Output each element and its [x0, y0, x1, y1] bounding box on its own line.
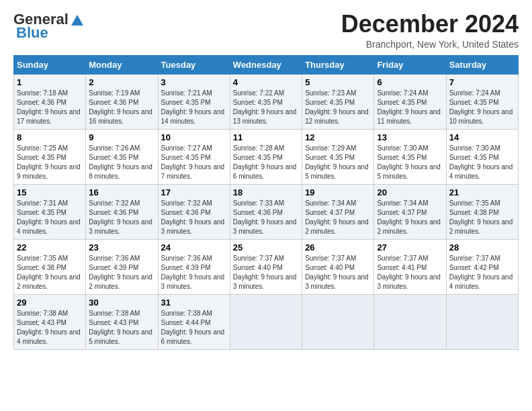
day-number: 27	[377, 242, 443, 253]
weekday-header-thursday: Thursday	[302, 55, 374, 74]
day-number: 20	[377, 187, 443, 197]
day-info: Sunrise: 7:23 AMSunset: 4:35 PMDaylight:…	[305, 89, 371, 126]
day-number: 13	[377, 132, 443, 142]
page-header: General Blue December 2024 Branchport, N…	[13, 11, 519, 50]
weekday-header-tuesday: Tuesday	[158, 55, 230, 74]
day-number: 3	[161, 77, 227, 87]
day-info: Sunrise: 7:35 AMSunset: 4:38 PMDaylight:…	[449, 199, 515, 236]
day-number: 18	[233, 187, 299, 197]
svg-marker-0	[71, 15, 83, 26]
day-number: 8	[17, 132, 83, 142]
day-number: 17	[161, 187, 227, 197]
calendar-table: SundayMondayTuesdayWednesdayThursdayFrid…	[13, 55, 519, 350]
weekday-header-monday: Monday	[86, 55, 158, 74]
day-info: Sunrise: 7:34 AMSunset: 4:37 PMDaylight:…	[305, 199, 371, 236]
day-info: Sunrise: 7:32 AMSunset: 4:36 PMDaylight:…	[89, 199, 154, 236]
day-info: Sunrise: 7:24 AMSunset: 4:35 PMDaylight:…	[377, 89, 443, 126]
day-number: 10	[161, 132, 227, 142]
calendar-cell: 29Sunrise: 7:38 AMSunset: 4:43 PMDayligh…	[14, 294, 86, 349]
calendar-cell	[302, 294, 374, 349]
logo-blue-text: Blue	[16, 24, 48, 42]
calendar-cell: 14Sunrise: 7:30 AMSunset: 4:35 PMDayligh…	[446, 129, 518, 184]
calendar-cell: 26Sunrise: 7:37 AMSunset: 4:40 PMDayligh…	[302, 239, 374, 294]
calendar-cell: 28Sunrise: 7:37 AMSunset: 4:42 PMDayligh…	[446, 239, 518, 294]
day-info: Sunrise: 7:37 AMSunset: 4:40 PMDaylight:…	[305, 254, 371, 291]
weekday-header-sunday: Sunday	[14, 55, 86, 74]
calendar-week-row: 29Sunrise: 7:38 AMSunset: 4:43 PMDayligh…	[14, 294, 519, 349]
calendar-cell: 2Sunrise: 7:19 AMSunset: 4:36 PMDaylight…	[86, 74, 158, 129]
day-info: Sunrise: 7:38 AMSunset: 4:44 PMDaylight:…	[161, 309, 227, 347]
title-block: December 2024 Branchport, New York, Unit…	[341, 11, 519, 50]
calendar-cell	[374, 294, 446, 349]
day-number: 21	[449, 187, 515, 197]
day-number: 15	[17, 187, 83, 197]
day-number: 4	[233, 77, 299, 87]
day-info: Sunrise: 7:36 AMSunset: 4:39 PMDaylight:…	[89, 254, 154, 291]
calendar-cell: 16Sunrise: 7:32 AMSunset: 4:36 PMDayligh…	[86, 184, 158, 239]
day-info: Sunrise: 7:25 AMSunset: 4:35 PMDaylight:…	[17, 144, 83, 181]
day-number: 2	[89, 77, 154, 87]
day-info: Sunrise: 7:38 AMSunset: 4:43 PMDaylight:…	[89, 309, 154, 347]
weekday-header-row: SundayMondayTuesdayWednesdayThursdayFrid…	[14, 55, 519, 74]
logo-icon	[70, 12, 85, 27]
calendar-cell: 3Sunrise: 7:21 AMSunset: 4:35 PMDaylight…	[158, 74, 230, 129]
day-number: 9	[89, 132, 154, 142]
day-info: Sunrise: 7:28 AMSunset: 4:35 PMDaylight:…	[233, 144, 299, 181]
day-info: Sunrise: 7:30 AMSunset: 4:35 PMDaylight:…	[377, 144, 443, 181]
day-number: 19	[305, 187, 371, 197]
calendar-week-row: 15Sunrise: 7:31 AMSunset: 4:35 PMDayligh…	[14, 184, 519, 239]
calendar-cell: 12Sunrise: 7:29 AMSunset: 4:35 PMDayligh…	[302, 129, 374, 184]
calendar-cell	[446, 294, 518, 349]
calendar-cell: 7Sunrise: 7:24 AMSunset: 4:35 PMDaylight…	[446, 74, 518, 129]
day-info: Sunrise: 7:24 AMSunset: 4:35 PMDaylight:…	[449, 89, 515, 126]
day-number: 26	[305, 242, 371, 253]
day-number: 25	[233, 242, 299, 253]
calendar-cell: 17Sunrise: 7:32 AMSunset: 4:36 PMDayligh…	[158, 184, 230, 239]
calendar-cell: 11Sunrise: 7:28 AMSunset: 4:35 PMDayligh…	[230, 129, 302, 184]
day-number: 12	[305, 132, 371, 142]
calendar-cell: 25Sunrise: 7:37 AMSunset: 4:40 PMDayligh…	[230, 239, 302, 294]
day-number: 6	[377, 77, 443, 87]
weekday-header-wednesday: Wednesday	[230, 55, 302, 74]
day-number: 11	[233, 132, 299, 142]
calendar-cell: 1Sunrise: 7:18 AMSunset: 4:36 PMDaylight…	[14, 74, 86, 129]
calendar-week-row: 1Sunrise: 7:18 AMSunset: 4:36 PMDaylight…	[14, 74, 519, 129]
calendar-cell: 5Sunrise: 7:23 AMSunset: 4:35 PMDaylight…	[302, 74, 374, 129]
calendar-cell: 9Sunrise: 7:26 AMSunset: 4:35 PMDaylight…	[86, 129, 158, 184]
calendar-cell: 30Sunrise: 7:38 AMSunset: 4:43 PMDayligh…	[86, 294, 158, 349]
day-number: 22	[17, 242, 83, 253]
day-info: Sunrise: 7:26 AMSunset: 4:35 PMDaylight:…	[89, 144, 154, 181]
day-number: 31	[161, 298, 227, 308]
location: Branchport, New York, United States	[341, 39, 519, 50]
day-info: Sunrise: 7:33 AMSunset: 4:36 PMDaylight:…	[233, 199, 299, 236]
calendar-week-row: 22Sunrise: 7:35 AMSunset: 4:38 PMDayligh…	[14, 239, 519, 294]
weekday-header-friday: Friday	[374, 55, 446, 74]
day-info: Sunrise: 7:32 AMSunset: 4:36 PMDaylight:…	[161, 199, 227, 236]
day-info: Sunrise: 7:37 AMSunset: 4:41 PMDaylight:…	[377, 254, 443, 291]
calendar-cell: 22Sunrise: 7:35 AMSunset: 4:38 PMDayligh…	[14, 239, 86, 294]
day-info: Sunrise: 7:19 AMSunset: 4:36 PMDaylight:…	[89, 89, 154, 126]
day-info: Sunrise: 7:31 AMSunset: 4:35 PMDaylight:…	[17, 199, 83, 236]
weekday-header-saturday: Saturday	[446, 55, 518, 74]
day-info: Sunrise: 7:18 AMSunset: 4:36 PMDaylight:…	[17, 89, 83, 126]
calendar-cell: 15Sunrise: 7:31 AMSunset: 4:35 PMDayligh…	[14, 184, 86, 239]
calendar-cell: 19Sunrise: 7:34 AMSunset: 4:37 PMDayligh…	[302, 184, 374, 239]
day-info: Sunrise: 7:29 AMSunset: 4:35 PMDaylight:…	[305, 144, 371, 181]
day-info: Sunrise: 7:22 AMSunset: 4:35 PMDaylight:…	[233, 89, 299, 126]
day-info: Sunrise: 7:34 AMSunset: 4:37 PMDaylight:…	[377, 199, 443, 236]
calendar-cell: 24Sunrise: 7:36 AMSunset: 4:39 PMDayligh…	[158, 239, 230, 294]
calendar-cell: 8Sunrise: 7:25 AMSunset: 4:35 PMDaylight…	[14, 129, 86, 184]
calendar-cell: 20Sunrise: 7:34 AMSunset: 4:37 PMDayligh…	[374, 184, 446, 239]
day-info: Sunrise: 7:30 AMSunset: 4:35 PMDaylight:…	[449, 144, 515, 181]
day-number: 24	[161, 242, 227, 253]
day-number: 14	[449, 132, 515, 142]
calendar-cell: 31Sunrise: 7:38 AMSunset: 4:44 PMDayligh…	[158, 294, 230, 349]
calendar-cell	[230, 294, 302, 349]
calendar-cell: 4Sunrise: 7:22 AMSunset: 4:35 PMDaylight…	[230, 74, 302, 129]
calendar-cell: 6Sunrise: 7:24 AMSunset: 4:35 PMDaylight…	[374, 74, 446, 129]
calendar-cell: 18Sunrise: 7:33 AMSunset: 4:36 PMDayligh…	[230, 184, 302, 239]
calendar-week-row: 8Sunrise: 7:25 AMSunset: 4:35 PMDaylight…	[14, 129, 519, 184]
day-info: Sunrise: 7:35 AMSunset: 4:38 PMDaylight:…	[17, 254, 83, 291]
day-info: Sunrise: 7:21 AMSunset: 4:35 PMDaylight:…	[161, 89, 227, 126]
day-number: 5	[305, 77, 371, 87]
